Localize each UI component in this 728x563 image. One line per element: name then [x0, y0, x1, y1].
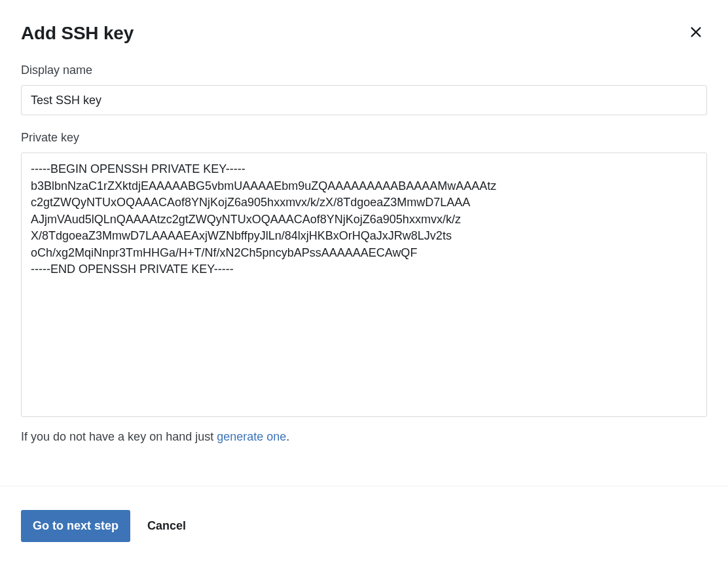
- add-ssh-key-dialog: Add SSH key Display name Private key If …: [0, 0, 728, 563]
- go-to-next-step-button[interactable]: Go to next step: [21, 510, 130, 542]
- generate-one-link[interactable]: generate one: [217, 430, 286, 443]
- display-name-label: Display name: [21, 64, 707, 77]
- helper-text: If you do not have a key on hand just ge…: [21, 430, 707, 444]
- helper-prefix: If you do not have a key on hand just: [21, 430, 217, 443]
- dialog-footer: Go to next step Cancel: [0, 486, 728, 563]
- close-icon: [689, 25, 703, 41]
- cancel-button[interactable]: Cancel: [143, 510, 190, 542]
- helper-suffix: .: [286, 430, 289, 443]
- private-key-label: Private key: [21, 131, 707, 145]
- dialog-body: Add SSH key Display name Private key If …: [0, 0, 728, 486]
- display-name-field: Display name: [21, 64, 707, 115]
- private-key-textarea[interactable]: [21, 153, 707, 417]
- close-button[interactable]: [685, 21, 707, 45]
- dialog-title: Add SSH key: [21, 23, 134, 44]
- dialog-header: Add SSH key: [21, 21, 707, 45]
- private-key-field: Private key: [21, 131, 707, 420]
- display-name-input[interactable]: [21, 85, 707, 115]
